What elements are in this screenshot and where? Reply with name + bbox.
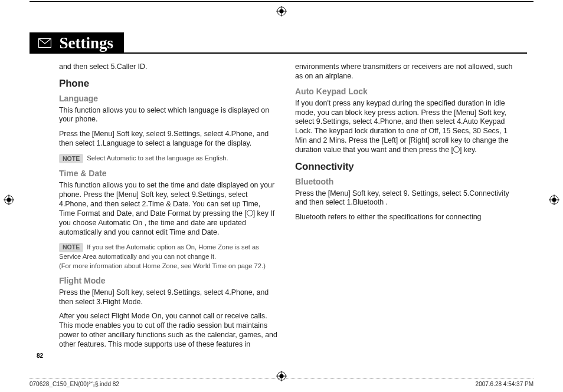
body-text: and then select 5.Caller ID. [59, 62, 277, 72]
subheading-auto-keypad-lock: Auto Keypad Lock [295, 87, 513, 97]
body-text: Bluetooth refers to either the specifica… [295, 213, 513, 222]
ok-key-icon [453, 146, 460, 153]
body-text: If you don't press any keypad during the… [295, 99, 513, 155]
note-badge: NOTE [59, 154, 83, 163]
note-callout: NOTEIf you set the Automatic option as O… [59, 243, 277, 271]
print-footer: 070628_C150_EN(00)°˘¡§.indd 82 2007.6.28… [30, 378, 533, 387]
registration-mark-icon [4, 195, 14, 205]
ok-key-icon [247, 210, 253, 216]
section-heading-phone: Phone [59, 77, 277, 90]
page-number: 82 [37, 353, 43, 359]
note-text: If you set the Automatic option as On, H… [59, 243, 259, 260]
note-callout: NOTESelect Automatic to set the language… [59, 154, 277, 163]
subheading-bluetooth: Bluetooth [295, 177, 513, 187]
subheading-language: Language [59, 94, 277, 104]
body-text: Press the [Menu] Soft key, select 9. Set… [295, 189, 513, 208]
section-heading-connectivity: Connectivity [295, 160, 513, 173]
registration-mark-icon [549, 195, 559, 205]
footer-filename: 070628_C150_EN(00)°˘¡§.indd 82 [30, 381, 119, 387]
page-content: and then select 5.Caller ID. Phone Langu… [59, 62, 513, 357]
body-text-fragment: ] key. [460, 146, 477, 154]
subheading-time-date: Time & Date [59, 169, 277, 179]
body-text: Press the [Menu] Soft key, select 9.Sett… [59, 130, 277, 149]
note-badge: NOTE [59, 243, 83, 252]
note-text: Select Automatic to set the language as … [87, 154, 228, 162]
body-text: This function allows you to set the time… [59, 181, 277, 237]
footer-timestamp: 2007.6.28 4:54:37 PM [476, 381, 533, 387]
subheading-flight-mode: Flight Mode [59, 276, 277, 286]
note-text-extra: (For more information about Home Zone, s… [59, 262, 277, 270]
page-header: Settings [30, 32, 527, 54]
envelope-icon [37, 32, 53, 54]
body-text: This function allows you to select which… [59, 106, 277, 125]
body-text-fragment: This function allows you to set the time… [59, 181, 274, 218]
page-title: Settings [55, 32, 113, 54]
body-text: Press the [Menu] Soft key, select 9.Sett… [59, 288, 277, 307]
